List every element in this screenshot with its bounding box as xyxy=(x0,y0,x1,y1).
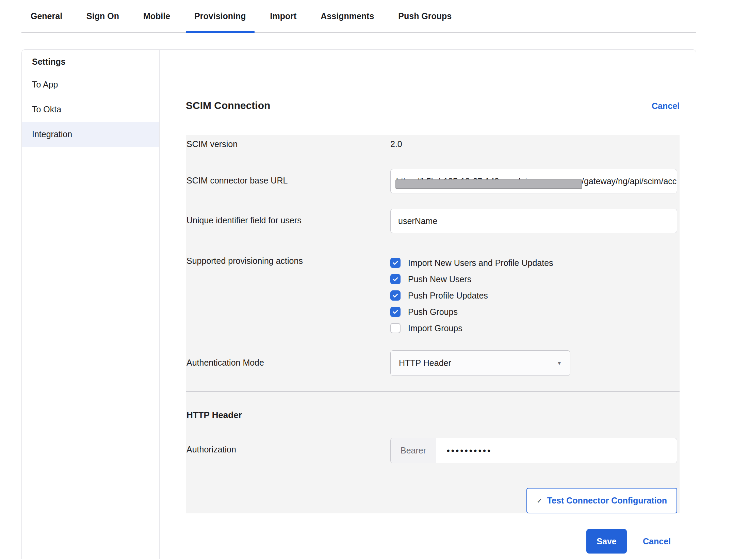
redaction-bar xyxy=(395,179,582,189)
sidebar-item-to-app[interactable]: To App xyxy=(22,72,159,97)
tab-provisioning[interactable]: Provisioning xyxy=(194,0,246,32)
scim-form: SCIM version 2.0 SCIM connector base URL… xyxy=(186,135,680,513)
scim-version-label: SCIM version xyxy=(186,139,390,149)
authorization-input-group: Bearer ●●●●●●●●●● xyxy=(390,438,677,463)
auth-mode-select[interactable]: HTTP Header ▼ xyxy=(390,350,570,376)
test-connector-button[interactable]: ✓ Test Connector Configuration xyxy=(526,488,677,513)
test-connector-label: Test Connector Configuration xyxy=(547,496,667,506)
option-import-new-users: Import New Users and Profile Updates xyxy=(390,255,677,271)
authorization-token-input[interactable]: ●●●●●●●●●● xyxy=(436,438,677,463)
checkbox-label: Push Profile Updates xyxy=(408,291,488,301)
form-row-base-url: SCIM connector base URL https://h5bd-195… xyxy=(186,169,677,193)
test-connector-row: ✓ Test Connector Configuration xyxy=(186,488,677,513)
scim-version-value: 2.0 xyxy=(390,139,677,149)
tab-sign-on[interactable]: Sign On xyxy=(86,0,119,32)
cancel-link-bottom[interactable]: Cancel xyxy=(643,537,671,546)
sidebar-item-integration[interactable]: Integration xyxy=(22,122,159,147)
check-icon xyxy=(392,292,399,299)
section-divider xyxy=(186,391,680,392)
check-icon xyxy=(392,276,399,283)
form-row-auth-mode: Authentication Mode HTTP Header ▼ xyxy=(186,350,677,376)
option-push-groups: Push Groups xyxy=(390,304,677,320)
sidebar-heading: Settings xyxy=(22,57,159,67)
checkbox-label: Import Groups xyxy=(408,323,462,333)
check-icon xyxy=(392,308,399,315)
checkbox-push-new-users[interactable] xyxy=(390,274,401,284)
form-row-unique-id: Unique identifier field for users userNa… xyxy=(186,209,677,233)
save-button[interactable]: Save xyxy=(586,529,627,554)
auth-mode-value: HTTP Header xyxy=(399,358,451,368)
provisioning-actions-label: Supported provisioning actions xyxy=(186,255,390,336)
checkbox-label: Import New Users and Profile Updates xyxy=(408,258,553,268)
form-row-authorization: Authorization Bearer ●●●●●●●●●● xyxy=(186,438,677,463)
tab-import[interactable]: Import xyxy=(270,0,297,32)
tab-push-groups[interactable]: Push Groups xyxy=(398,0,452,32)
checkbox-label: Push Groups xyxy=(408,307,458,317)
http-header-section-heading: HTTP Header xyxy=(186,410,677,421)
checkbox-push-profile-updates[interactable] xyxy=(390,290,401,301)
tab-mobile[interactable]: Mobile xyxy=(143,0,170,32)
scim-connection-panel: SCIM Connection Cancel SCIM version 2.0 … xyxy=(160,50,696,559)
panel-header: SCIM Connection Cancel xyxy=(186,100,680,112)
bearer-prefix: Bearer xyxy=(391,438,436,463)
auth-mode-label: Authentication Mode xyxy=(186,350,390,376)
unique-id-input[interactable]: userName xyxy=(390,209,677,233)
form-footer: Save Cancel xyxy=(186,529,680,554)
checkbox-import-new-users[interactable] xyxy=(390,258,401,268)
provisioning-card: Settings To App To Okta Integration SCIM… xyxy=(21,49,696,559)
tab-assignments[interactable]: Assignments xyxy=(321,0,374,32)
settings-sidebar: Settings To App To Okta Integration xyxy=(22,50,160,559)
page-title: SCIM Connection xyxy=(186,100,270,111)
authorization-label: Authorization xyxy=(186,438,390,463)
chevron-down-icon: ▼ xyxy=(557,360,562,366)
base-url-input[interactable]: https://h5bd-195-19-67-149.ngrok.io/gate… xyxy=(390,169,677,193)
form-row-scim-version: SCIM version 2.0 xyxy=(186,135,677,149)
check-icon: ✓ xyxy=(537,497,542,505)
base-url-label: SCIM connector base URL xyxy=(186,169,390,193)
checkbox-push-groups[interactable] xyxy=(390,307,401,317)
option-import-groups: Import Groups xyxy=(390,320,677,336)
checkbox-label: Push New Users xyxy=(408,274,471,284)
option-push-profile-updates: Push Profile Updates xyxy=(390,287,677,304)
sidebar-list: To App To Okta Integration xyxy=(22,72,159,147)
unique-id-label: Unique identifier field for users xyxy=(186,209,390,233)
option-push-new-users: Push New Users xyxy=(390,271,677,287)
unique-id-value: userName xyxy=(398,216,437,226)
form-row-provisioning-actions: Supported provisioning actions Import Ne… xyxy=(186,255,677,336)
base-url-visible-text: /gateway/ng/api/scim/acc xyxy=(582,176,677,186)
check-icon xyxy=(392,259,399,266)
sidebar-item-to-okta[interactable]: To Okta xyxy=(22,97,159,122)
tab-general[interactable]: General xyxy=(31,0,62,32)
checkbox-import-groups[interactable] xyxy=(390,323,401,333)
cancel-link-top[interactable]: Cancel xyxy=(652,101,680,111)
app-tab-bar: General Sign On Mobile Provisioning Impo… xyxy=(21,0,696,33)
